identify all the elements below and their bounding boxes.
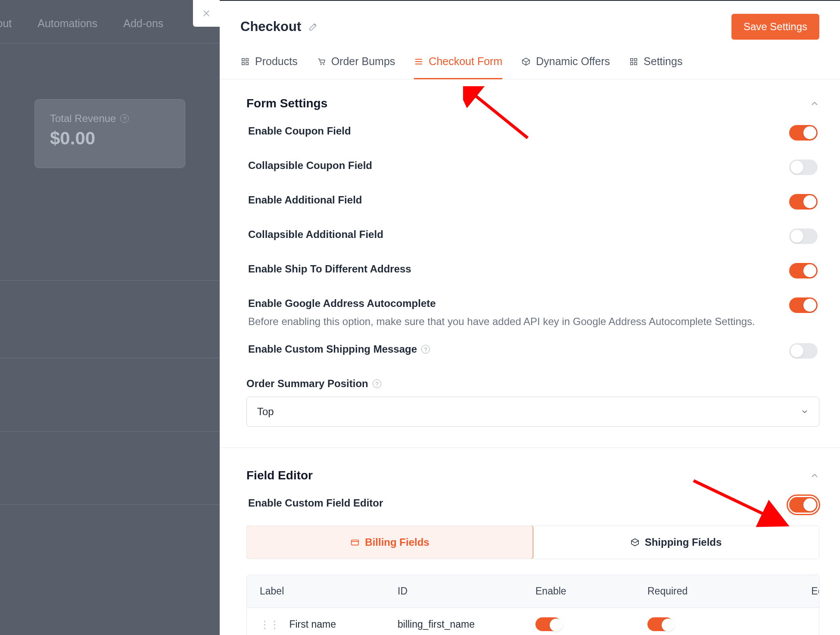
box-icon: [521, 57, 531, 66]
card-icon: [350, 538, 360, 547]
toggle-enable-coupon[interactable]: [789, 125, 818, 141]
panel-header: Checkout Save Settings: [220, 1, 840, 48]
col-enable: Enable: [535, 585, 647, 597]
toggle-collapsible-coupon[interactable]: [789, 160, 818, 175]
row-label: Enable Coupon Field: [248, 125, 351, 137]
bg-revenue-card: Total Revenue ? $0.00: [34, 99, 185, 168]
panel-title: Checkout: [240, 19, 301, 34]
panel-content: Form Settings Enable Coupon Field Collap…: [220, 79, 840, 635]
row-label: Enable Google Address Autocomplete: [248, 297, 755, 310]
tab-products[interactable]: Products: [240, 55, 298, 79]
tab-billing-fields[interactable]: Billing Fields: [246, 526, 533, 559]
row-label: Enable Custom Shipping Message: [248, 343, 417, 355]
row-label-wrap: Enable Custom Shipping Message ?: [248, 343, 430, 355]
help-icon[interactable]: ?: [373, 379, 381, 388]
bg-card-value: $0.00: [50, 128, 170, 149]
select-value: Top: [257, 406, 274, 418]
drag-icon[interactable]: ⋮⋮: [260, 619, 280, 630]
toggle-google-autocomplete[interactable]: [789, 297, 818, 313]
bg-card-title: Total Revenue: [50, 113, 116, 125]
section-divider: [220, 447, 840, 448]
form-settings-header[interactable]: Form Settings: [246, 97, 819, 110]
tab-label: Dynamic Offers: [536, 55, 610, 68]
chevron-down-icon: [801, 408, 809, 416]
cell-required: [647, 617, 759, 631]
row-enable-field-editor: Enable Custom Field Editor: [246, 497, 819, 513]
row-label: Enable Ship To Different Address: [248, 263, 411, 275]
cart-icon: [317, 57, 326, 66]
toggle-field-enable[interactable]: [535, 617, 561, 631]
table-header: Label ID Enable Required Edit: [247, 575, 819, 607]
row-label: Collapsible Additional Field: [248, 228, 383, 241]
col-edit: Edit: [759, 585, 819, 597]
tab-shipping-fields[interactable]: Shipping Fields: [533, 526, 819, 559]
row-enable-additional: Enable Additional Field: [246, 194, 819, 210]
field-editor-header[interactable]: Field Editor: [246, 469, 819, 482]
panel-title-wrap: Checkout: [240, 19, 318, 34]
tab-settings[interactable]: Settings: [629, 55, 682, 79]
order-summary-select[interactable]: Top: [246, 397, 819, 427]
apps-icon: [629, 57, 638, 66]
row-custom-shipping-msg: Enable Custom Shipping Message ?: [246, 343, 819, 359]
tab-label: Checkout Form: [429, 55, 502, 68]
row-label: Enable Custom Field Editor: [248, 497, 383, 509]
chevron-up-icon: [810, 99, 819, 108]
save-button[interactable]: Save Settings: [731, 14, 819, 40]
tab-order-bumps[interactable]: Order Bumps: [317, 55, 395, 79]
gear-icon[interactable]: [819, 618, 819, 628]
cell-id: billing_first_name: [398, 619, 535, 630]
tab-label: Products: [255, 55, 298, 68]
select-label: Order Summary Position: [246, 378, 368, 390]
edit-icon[interactable]: [308, 22, 318, 32]
svg-rect-2: [352, 540, 359, 545]
field-tab-label: Shipping Fields: [645, 536, 722, 548]
settings-panel: Checkout Save Settings Products Order Bu…: [220, 0, 840, 635]
cell-label: ⋮⋮ First name: [260, 619, 398, 630]
bg-nav-item: kout: [0, 17, 12, 30]
select-label-wrap: Order Summary Position ?: [246, 378, 819, 390]
section-title: Form Settings: [246, 97, 327, 110]
order-summary-position: Order Summary Position ? Top: [246, 378, 819, 427]
toggle-ship-different[interactable]: [789, 263, 818, 278]
row-label: Enable Additional Field: [248, 194, 362, 206]
col-label: Label: [260, 585, 398, 597]
close-button[interactable]: [193, 0, 220, 27]
help-icon[interactable]: ?: [421, 345, 430, 353]
tab-label: Settings: [644, 55, 682, 68]
tab-dynamic-offers[interactable]: Dynamic Offers: [521, 55, 610, 79]
list-icon: [414, 57, 423, 66]
tab-bar: Products Order Bumps Checkout Form Dynam…: [220, 48, 840, 79]
toggle-field-required[interactable]: [647, 617, 673, 631]
grid-icon: [240, 57, 250, 66]
help-icon: ?: [120, 114, 129, 123]
tab-label: Order Bumps: [331, 55, 395, 68]
bg-nav-item: Add-ons: [123, 17, 163, 30]
row-description: Before enabling this option, make sure t…: [248, 316, 755, 328]
field-label: First name: [289, 619, 336, 630]
cell-edit: [759, 618, 819, 630]
col-id: ID: [398, 585, 535, 597]
close-icon: [202, 9, 211, 18]
row-collapsible-coupon: Collapsible Coupon Field: [246, 160, 819, 175]
row-google-autocomplete: Enable Google Address Autocomplete Befor…: [246, 297, 819, 328]
toggle-collapsible-additional[interactable]: [789, 228, 818, 244]
cell-enable: [535, 617, 647, 631]
row-ship-different: Enable Ship To Different Address: [246, 263, 819, 278]
bg-nav: kout Automations Add-ons: [0, 17, 163, 30]
tab-checkout-form[interactable]: Checkout Form: [414, 55, 502, 79]
chevron-up-icon: [810, 471, 819, 480]
svg-point-1: [323, 64, 324, 65]
col-required: Required: [647, 585, 759, 597]
svg-point-0: [320, 64, 321, 65]
row-enable-coupon: Enable Coupon Field: [246, 125, 819, 141]
toggle-custom-shipping-msg[interactable]: [789, 343, 818, 359]
row-collapsible-additional: Collapsible Additional Field: [246, 228, 819, 244]
field-type-tabs: Billing Fields Shipping Fields: [246, 526, 819, 559]
toggle-enable-additional[interactable]: [789, 194, 818, 210]
field-tab-label: Billing Fields: [365, 536, 429, 548]
box-icon: [630, 538, 640, 547]
table-row: ⋮⋮ First name billing_first_name: [247, 607, 819, 635]
bg-nav-item: Automations: [37, 17, 97, 30]
toggle-enable-field-editor[interactable]: [789, 497, 818, 513]
row-label: Collapsible Coupon Field: [248, 160, 372, 172]
